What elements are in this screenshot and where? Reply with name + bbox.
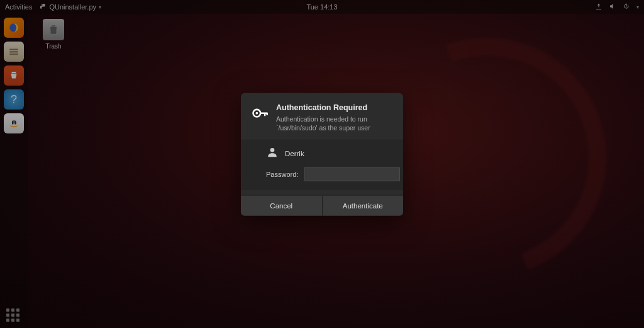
key-icon xyxy=(251,104,269,132)
auth-dialog: Authentication Required Authentication i… xyxy=(241,93,403,215)
dialog-title: Authentication Required xyxy=(276,103,393,111)
svg-point-6 xyxy=(270,148,275,152)
password-label: Password: xyxy=(266,171,298,178)
svg-point-5 xyxy=(255,111,258,114)
user-name: Derrik xyxy=(285,150,304,157)
cancel-button[interactable]: Cancel xyxy=(241,196,323,216)
user-avatar-icon xyxy=(266,146,279,161)
authenticate-button[interactable]: Authenticate xyxy=(323,196,404,216)
dialog-message: Authentication is needed to run `/usr/bi… xyxy=(276,114,393,132)
password-input[interactable] xyxy=(304,167,400,181)
